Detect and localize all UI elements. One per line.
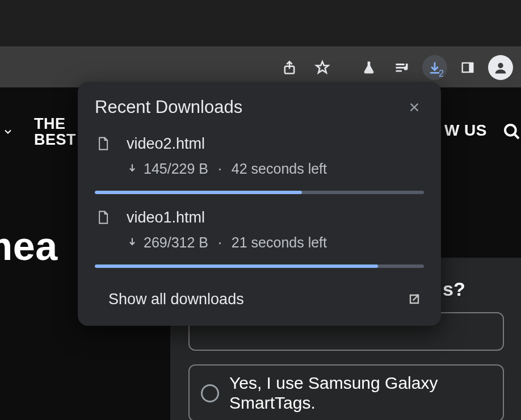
download-progress-fill bbox=[95, 264, 378, 268]
downloads-indicator-icon[interactable]: 2 bbox=[422, 55, 447, 80]
download-eta: 21 seconds left bbox=[232, 234, 327, 251]
file-icon bbox=[95, 209, 112, 226]
downloads-popover-title: Recent Downloads bbox=[95, 97, 242, 117]
download-progress-text: 269/312 B bbox=[144, 234, 208, 251]
hero-headline-fragment: mea bbox=[0, 224, 58, 269]
download-progress-bar bbox=[95, 191, 424, 194]
download-status-line: 269/312 B · 21 seconds left bbox=[95, 234, 424, 251]
poll-option-2[interactable]: Yes, I use Samsung Galaxy SmartTags. bbox=[188, 364, 504, 420]
nav-item-fragment[interactable]: W US bbox=[444, 121, 487, 140]
media-queue-icon[interactable] bbox=[389, 55, 414, 80]
poll-option-2-label: Yes, I use Samsung Galaxy SmartTags. bbox=[229, 373, 491, 413]
labs-flask-icon[interactable] bbox=[356, 55, 381, 80]
browser-tabstrip-area bbox=[0, 0, 521, 47]
nav-the-best-line2: BEST bbox=[34, 131, 76, 148]
downloads-count-badge: 2 bbox=[439, 69, 444, 79]
open-external-icon[interactable] bbox=[405, 289, 424, 309]
download-eta: 42 seconds left bbox=[232, 161, 327, 177]
download-arrow-icon bbox=[127, 161, 138, 177]
download-item[interactable]: video2.html 145/229 B · 42 seconds left bbox=[78, 131, 441, 177]
download-status-line: 145/229 B · 42 seconds left bbox=[95, 161, 424, 177]
nav-the-best-line1: THE bbox=[34, 115, 66, 132]
download-filename: video1.html bbox=[127, 209, 205, 226]
download-progress-fill bbox=[95, 191, 302, 194]
nav-item-the-best[interactable]: THE BEST bbox=[34, 116, 76, 148]
close-icon[interactable] bbox=[404, 96, 425, 118]
chevron-down-icon[interactable] bbox=[2, 126, 14, 140]
file-icon bbox=[95, 136, 112, 153]
radio-unchecked-icon bbox=[201, 384, 219, 402]
share-icon[interactable] bbox=[277, 55, 302, 80]
svg-point-4 bbox=[505, 125, 516, 136]
profile-avatar-icon[interactable] bbox=[488, 55, 513, 80]
search-icon[interactable] bbox=[503, 123, 521, 143]
svg-rect-2 bbox=[463, 64, 469, 72]
svg-point-3 bbox=[498, 62, 503, 68]
show-all-downloads-link[interactable]: Show all downloads bbox=[108, 291, 244, 308]
download-progress-bar bbox=[95, 264, 424, 268]
download-arrow-icon bbox=[127, 234, 138, 251]
download-progress-text: 145/229 B bbox=[144, 161, 208, 177]
download-filename: video2.html bbox=[127, 135, 205, 153]
side-panel-icon[interactable] bbox=[455, 55, 480, 80]
poll-question-fragment: s? bbox=[443, 278, 465, 300]
download-item[interactable]: video1.html 269/312 B · 21 seconds left bbox=[78, 204, 441, 251]
downloads-popover: Recent Downloads video2.html 145/229 B ·… bbox=[78, 82, 441, 326]
bookmark-star-icon[interactable] bbox=[310, 55, 335, 80]
